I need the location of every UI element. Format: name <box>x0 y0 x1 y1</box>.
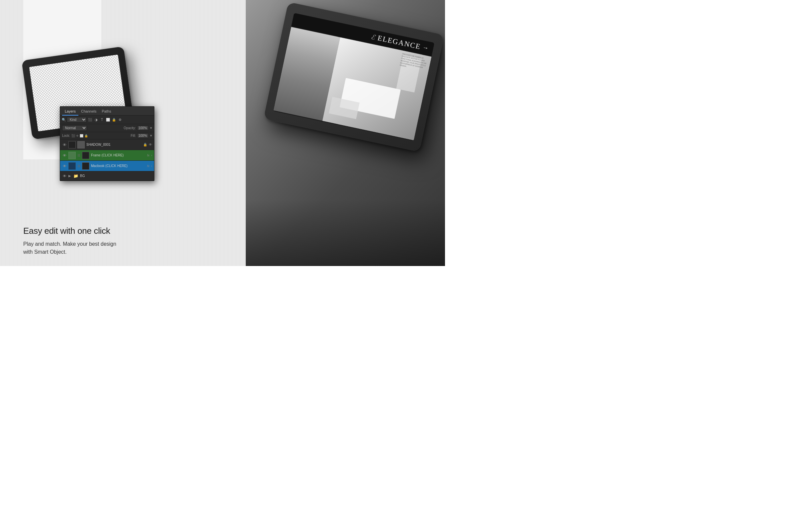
layer-mask-shadow <box>77 141 85 149</box>
fill-arrow: ▾ <box>150 133 152 138</box>
layer-fx-frame: fx <box>147 154 149 157</box>
layer-fx-macbook: fx <box>147 164 149 168</box>
layer-thumb-macbook <box>69 163 76 170</box>
fill-input[interactable] <box>137 133 149 138</box>
body-line1: Play and match. Make your best design <box>23 241 116 247</box>
chain-icon-macbook: ⛓ <box>77 164 80 168</box>
lock-icon[interactable]: 🔒 <box>112 117 116 122</box>
layer-name-bg: BG <box>80 174 85 178</box>
visibility-eye-macbook[interactable]: 👁 <box>62 164 67 168</box>
title-cursive: ℰ <box>370 33 377 41</box>
layer-lock-shadow: 🔒 <box>143 143 147 147</box>
pixel-icon[interactable]: ⬛ <box>88 117 92 122</box>
adjust-icon[interactable]: ◑ <box>94 117 98 122</box>
layer-mask-macbook <box>82 163 89 170</box>
smart-icon[interactable]: ⚙ <box>117 117 122 122</box>
layer-row-bg[interactable]: 👁 ▶ 📁 BG <box>60 171 154 180</box>
ps-panel: Layers Channels Paths 🔍 Kind ⬛ ◑ T ⬜ 🔒 ⚙… <box>60 106 154 181</box>
lock-all-icon[interactable]: 🔒 <box>84 134 88 137</box>
folder-icon-bg: 📁 <box>73 174 78 178</box>
title-arrow: → <box>422 44 430 52</box>
layer-name-shadow: SHADOW_0001 <box>86 143 141 147</box>
lock-row: Lock: ⬛ ✛ ⬜ 🔒 Fill: ▾ <box>60 132 154 139</box>
icon-bar: ⬛ ◑ T ⬜ 🔒 ⚙ <box>88 117 122 122</box>
lock-pixels-icon[interactable]: ⬛ <box>71 134 75 137</box>
layer-row-shadow[interactable]: 👁 SHADOW_0001 🔒 👁 <box>60 139 154 150</box>
tab-paths[interactable]: Paths <box>99 108 114 115</box>
layer-name-macbook: Macbook (CLICK HERE) <box>91 164 146 168</box>
left-panel: Layers Channels Paths 🔍 Kind ⬛ ◑ T ⬜ 🔒 ⚙… <box>0 0 246 266</box>
right-ipad-screen: ℰ ELEGANCE → <box>273 13 434 141</box>
lock-position-icon[interactable]: ✛ <box>76 134 79 137</box>
chain-icon-frame: ⛓ <box>77 154 80 157</box>
shape-icon[interactable]: ⬜ <box>106 117 110 122</box>
ps-toolbar: 🔍 Kind ⬛ ◑ T ⬜ 🔒 ⚙ <box>60 116 154 124</box>
layer-row-macbook[interactable]: 👁 ⛓ Macbook (CLICK HERE) fx › <box>60 161 154 171</box>
layer-vis-shadow: 👁 <box>149 143 152 147</box>
visibility-eye-shadow[interactable]: 👁 <box>62 142 67 147</box>
layer-thumb-frame <box>69 152 76 159</box>
layer-arrow-frame: › <box>151 154 152 157</box>
visibility-eye-bg[interactable]: 👁 <box>62 174 67 178</box>
opacity-input[interactable] <box>137 126 149 131</box>
lock-icons: ⬛ ✛ ⬜ 🔒 <box>71 134 88 137</box>
layer-mask-frame <box>82 152 89 159</box>
opacity-label: Opacity: <box>124 126 136 130</box>
right-panel: ℰ ELEGANCE → <box>246 0 445 266</box>
main-body: Play and match. Make your best design wi… <box>23 240 116 256</box>
kind-dropdown[interactable]: Kind <box>67 117 87 122</box>
layer-thumb-shadow <box>69 141 76 149</box>
lock-artboard-icon[interactable]: ⬜ <box>80 134 83 137</box>
layer-name-frame: Frame (CLICK HERE) <box>91 153 146 157</box>
lock-label: Lock: <box>62 134 70 137</box>
type-icon[interactable]: T <box>100 117 104 122</box>
body-line2: with Smart Object. <box>23 249 67 255</box>
opacity-arrow: ▾ <box>150 126 152 130</box>
visibility-eye-frame[interactable]: 👁 <box>62 153 67 158</box>
tab-layers[interactable]: Layers <box>62 108 78 116</box>
blending-row: Normal Opacity: ▾ <box>60 124 154 132</box>
layer-arrow-macbook: › <box>151 164 152 168</box>
folder-triangle: ▶ <box>69 174 71 178</box>
blend-mode-dropdown[interactable]: Normal <box>62 125 87 131</box>
fill-label: Fill: <box>131 134 136 137</box>
text-section: Easy edit with one click Play and match.… <box>23 226 116 256</box>
tab-channels[interactable]: Channels <box>78 108 99 115</box>
layer-row-frame[interactable]: 👁 ⛓ Frame (CLICK HERE) fx › <box>60 150 154 161</box>
main-heading: Easy edit with one click <box>23 226 116 236</box>
ps-tabs: Layers Channels Paths <box>60 107 154 116</box>
search-icon: 🔍 <box>62 118 66 121</box>
